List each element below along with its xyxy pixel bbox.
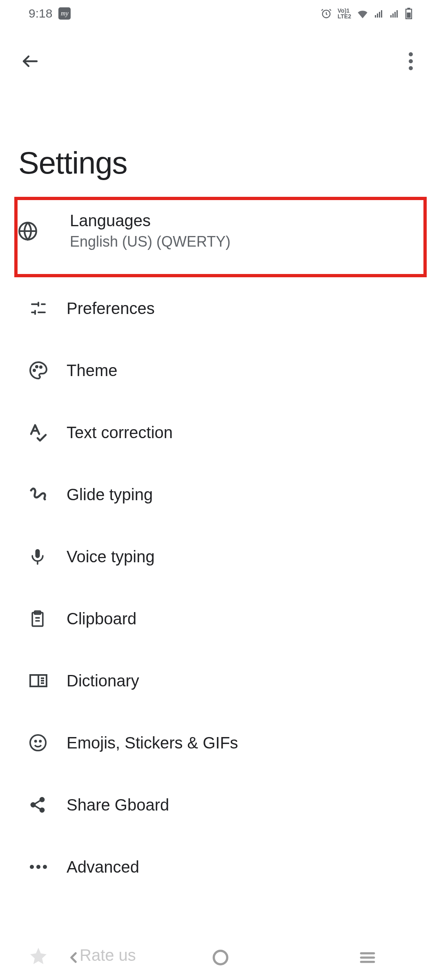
svg-point-21	[35, 741, 36, 742]
nav-back-button[interactable]	[59, 943, 88, 972]
svg-rect-2	[377, 13, 378, 18]
overflow-menu-button[interactable]	[401, 51, 421, 71]
svg-rect-16	[36, 549, 40, 558]
highlight-callout: Languages English (US) (QWERTY)	[14, 197, 427, 277]
back-button[interactable]	[20, 51, 40, 71]
svg-rect-1	[375, 15, 376, 18]
clipboard-icon	[29, 609, 47, 628]
item-title: Share Gboard	[67, 796, 169, 814]
mic-icon	[29, 548, 47, 566]
status-bar: 9:18 my Vo)1 LTE2	[0, 0, 441, 27]
svg-rect-8	[396, 10, 398, 18]
nav-recents-button[interactable]	[353, 943, 382, 972]
more-vertical-icon	[409, 52, 413, 56]
app-notification-badge: my	[58, 7, 71, 20]
palette-icon	[29, 361, 48, 380]
signal-icon-1	[374, 9, 384, 18]
settings-item-glide-typing[interactable]: Glide typing	[0, 463, 441, 526]
arrow-left-icon	[20, 51, 40, 71]
settings-item-preferences[interactable]: Preferences	[0, 277, 441, 339]
status-time: 9:18	[29, 7, 52, 20]
settings-item-advanced[interactable]: Advanced	[0, 836, 441, 898]
settings-item-share[interactable]: Share Gboard	[0, 774, 441, 836]
signal-icon-2	[390, 9, 399, 18]
page-title: Settings	[0, 145, 441, 180]
svg-point-26	[30, 865, 34, 869]
svg-rect-3	[379, 12, 380, 18]
item-title: Dictionary	[67, 672, 139, 690]
settings-item-voice-typing[interactable]: Voice typing	[0, 526, 441, 588]
share-icon	[29, 795, 47, 815]
item-title: Preferences	[67, 299, 155, 318]
settings-list: Preferences Theme Text correction Glide …	[0, 277, 441, 898]
item-title: Text correction	[67, 423, 173, 442]
svg-rect-4	[381, 10, 382, 18]
more-horizontal-icon	[29, 863, 48, 871]
svg-point-13	[33, 370, 35, 371]
settings-item-clipboard[interactable]: Clipboard	[0, 588, 441, 650]
book-icon	[29, 672, 48, 690]
sliders-icon	[29, 298, 48, 318]
svg-point-15	[40, 366, 42, 368]
svg-point-27	[36, 865, 40, 869]
spellcheck-icon	[29, 423, 48, 442]
network-lte-indicator: Vo)1 LTE2	[338, 8, 351, 19]
svg-point-28	[43, 865, 47, 869]
svg-point-29	[214, 951, 227, 964]
gesture-icon	[29, 485, 48, 504]
svg-point-14	[36, 366, 38, 368]
menu-icon	[359, 950, 376, 965]
item-title: Emojis, Stickers & GIFs	[67, 734, 238, 752]
item-title: Theme	[67, 361, 118, 380]
battery-icon	[405, 8, 412, 19]
settings-item-dictionary[interactable]: Dictionary	[0, 650, 441, 712]
settings-item-theme[interactable]: Theme	[0, 339, 441, 401]
chevron-left-icon	[65, 949, 82, 966]
globe-icon	[18, 221, 38, 241]
svg-point-22	[40, 741, 41, 742]
nav-home-button[interactable]	[206, 943, 235, 972]
status-bar-left: 9:18 my	[29, 7, 71, 20]
item-title: Glide typing	[67, 486, 153, 504]
svg-point-20	[30, 735, 46, 751]
svg-rect-11	[407, 12, 410, 18]
item-title: Advanced	[67, 858, 139, 876]
svg-rect-5	[390, 15, 392, 18]
settings-item-languages[interactable]: Languages English (US) (QWERTY)	[18, 212, 423, 250]
status-bar-right: Vo)1 LTE2	[321, 8, 412, 19]
settings-item-text-correction[interactable]: Text correction	[0, 401, 441, 463]
svg-rect-6	[392, 13, 394, 18]
item-title: Languages	[70, 212, 230, 230]
emoji-icon	[29, 733, 47, 752]
settings-item-emojis[interactable]: Emojis, Stickers & GIFs	[0, 712, 441, 774]
svg-rect-7	[394, 12, 396, 18]
wifi-icon	[357, 9, 368, 18]
item-subtitle: English (US) (QWERTY)	[70, 233, 230, 250]
app-bar	[0, 39, 441, 84]
alarm-icon	[321, 8, 332, 19]
system-nav-bar	[0, 935, 441, 980]
circle-icon	[212, 949, 229, 967]
item-title: Voice typing	[67, 548, 155, 566]
item-title: Clipboard	[67, 610, 136, 628]
